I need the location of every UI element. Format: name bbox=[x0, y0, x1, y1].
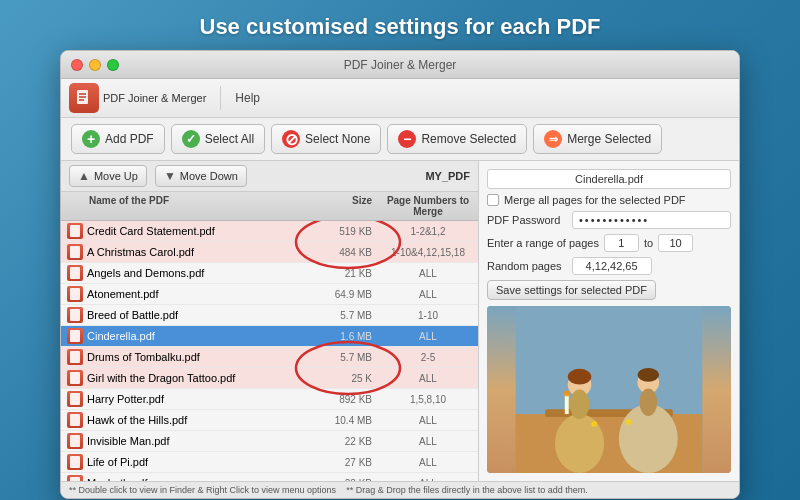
minimize-button[interactable] bbox=[89, 59, 101, 71]
file-size: 33 KB bbox=[318, 478, 378, 482]
range-to-label: to bbox=[644, 237, 653, 249]
file-icon bbox=[67, 286, 83, 302]
file-pages: 2-5 bbox=[378, 352, 478, 363]
selected-filename: Cinderella.pdf bbox=[487, 169, 731, 189]
table-row[interactable]: Drums of Tombalku.pdf 5.7 MB 2-5 bbox=[61, 347, 478, 368]
help-menu-item[interactable]: Help bbox=[235, 91, 260, 105]
titlebar: PDF Joiner & Merger bbox=[61, 51, 739, 79]
table-row[interactable]: Credit Card Statement.pdf 519 KB 1-2&1,2 bbox=[61, 221, 478, 242]
file-size: 27 KB bbox=[318, 457, 378, 468]
file-pages: ALL bbox=[378, 478, 478, 482]
col-name-header: Name of the PDF bbox=[61, 195, 318, 217]
password-label: PDF Password bbox=[487, 214, 567, 226]
list-toolbar: ▲ Move Up ▼ Move Down MY_PDF bbox=[61, 161, 478, 192]
remove-selected-button[interactable]: − Remove Selected bbox=[387, 124, 527, 154]
add-icon: + bbox=[82, 130, 100, 148]
file-icon bbox=[67, 223, 83, 239]
left-panel: ▲ Move Up ▼ Move Down MY_PDF Name of the… bbox=[61, 161, 479, 481]
file-icon bbox=[67, 265, 83, 281]
file-icon bbox=[67, 370, 83, 386]
file-size: 5.7 MB bbox=[318, 352, 378, 363]
merge-icon: ⇒ bbox=[544, 130, 562, 148]
svg-point-16 bbox=[637, 368, 659, 382]
pdf-icon-inner bbox=[70, 246, 80, 258]
merge-all-row: Merge all pages for the selected PDF bbox=[487, 194, 731, 206]
file-size: 10.4 MB bbox=[318, 415, 378, 426]
password-field[interactable]: •••••••••••• bbox=[572, 211, 731, 229]
merge-selected-label: Merge Selected bbox=[567, 132, 651, 146]
maximize-button[interactable] bbox=[107, 59, 119, 71]
remove-selected-label: Remove Selected bbox=[421, 132, 516, 146]
select-all-button[interactable]: ✓ Select All bbox=[171, 124, 265, 154]
svg-point-20 bbox=[564, 390, 570, 396]
svg-rect-19 bbox=[565, 394, 569, 414]
menubar: PDF Joiner & Merger Help bbox=[61, 79, 739, 118]
file-icon bbox=[67, 349, 83, 365]
file-pages: 1-10&4,12,15,18 bbox=[378, 247, 478, 258]
table-row[interactable]: Hawk of the Hills.pdf 10.4 MB ALL bbox=[61, 410, 478, 431]
content-area: ▲ Move Up ▼ Move Down MY_PDF Name of the… bbox=[61, 161, 739, 481]
preview-image bbox=[487, 306, 731, 473]
file-name: Invisible Man.pdf bbox=[87, 435, 318, 447]
app-menu-item[interactable]: PDF Joiner & Merger bbox=[69, 83, 206, 113]
file-icon bbox=[67, 244, 83, 260]
file-pages: 1-2&1,2 bbox=[378, 226, 478, 237]
range-from-input[interactable]: 1 bbox=[604, 234, 639, 252]
select-all-label: Select All bbox=[205, 132, 254, 146]
pdf-icon-inner bbox=[70, 393, 80, 405]
ban-icon: ⊘ bbox=[282, 130, 300, 148]
random-value[interactable]: 4,12,42,65 bbox=[572, 257, 652, 275]
table-row[interactable]: Breed of Battle.pdf 5.7 MB 1-10 bbox=[61, 305, 478, 326]
pdf-icon-inner bbox=[70, 414, 80, 426]
file-name: Credit Card Statement.pdf bbox=[87, 225, 318, 237]
file-pages: ALL bbox=[378, 457, 478, 468]
range-to-input[interactable]: 10 bbox=[658, 234, 693, 252]
save-btn-row: Save settings for selected PDF bbox=[487, 280, 731, 300]
file-size: 892 KB bbox=[318, 394, 378, 405]
file-name: Breed of Battle.pdf bbox=[87, 309, 318, 321]
pdf-icon-inner bbox=[70, 372, 80, 384]
file-icon bbox=[67, 391, 83, 407]
save-settings-button[interactable]: Save settings for selected PDF bbox=[487, 280, 656, 300]
my-pdf-label: MY_PDF bbox=[425, 170, 470, 182]
file-icon bbox=[67, 475, 83, 481]
table-row[interactable]: Harry Potter.pdf 892 KB 1,5,8,10 bbox=[61, 389, 478, 410]
file-size: 21 KB bbox=[318, 268, 378, 279]
table-row[interactable]: Girl with the Dragon Tattoo.pdf 25 K ALL bbox=[61, 368, 478, 389]
table-row[interactable]: A Christmas Carol.pdf 484 KB 1-10&4,12,1… bbox=[61, 242, 478, 263]
merge-selected-button[interactable]: ⇒ Merge Selected bbox=[533, 124, 662, 154]
titlebar-buttons bbox=[71, 59, 119, 71]
file-name: Angels and Demons.pdf bbox=[87, 267, 318, 279]
table-row[interactable]: Macbeth.pdf 33 KB ALL bbox=[61, 473, 478, 481]
file-list[interactable]: Credit Card Statement.pdf 519 KB 1-2&1,2… bbox=[61, 221, 478, 481]
page-heading: Use customised settings for each PDF bbox=[0, 0, 800, 50]
file-name: Life of Pi.pdf bbox=[87, 456, 318, 468]
file-pages: 1,5,8,10 bbox=[378, 394, 478, 405]
file-icon bbox=[67, 328, 83, 344]
merge-all-label: Merge all pages for the selected PDF bbox=[504, 194, 686, 206]
move-up-button[interactable]: ▲ Move Up bbox=[69, 165, 147, 187]
app-icon bbox=[69, 83, 99, 113]
svg-point-15 bbox=[639, 389, 657, 417]
random-row: Random pages 4,12,42,65 bbox=[487, 257, 731, 275]
file-pages: ALL bbox=[378, 331, 478, 342]
table-row[interactable]: Atonement.pdf 64.9 MB ALL bbox=[61, 284, 478, 305]
check-icon: ✓ bbox=[182, 130, 200, 148]
range-label: Enter a range of pages bbox=[487, 237, 599, 249]
arrow-up-icon: ▲ bbox=[78, 169, 90, 183]
table-row[interactable]: Invisible Man.pdf 22 KB ALL bbox=[61, 431, 478, 452]
file-pages: ALL bbox=[378, 436, 478, 447]
table-row[interactable]: Cinderella.pdf 1.6 MB ALL bbox=[61, 326, 478, 347]
select-none-button[interactable]: ⊘ Select None bbox=[271, 124, 381, 154]
merge-all-checkbox[interactable] bbox=[487, 194, 499, 206]
add-pdf-button[interactable]: + Add PDF bbox=[71, 124, 165, 154]
preview-area bbox=[487, 306, 731, 473]
svg-point-11 bbox=[570, 390, 590, 419]
close-button[interactable] bbox=[71, 59, 83, 71]
statusbar: ** Double click to view in Finder & Righ… bbox=[61, 481, 739, 498]
pdf-icon-inner bbox=[70, 435, 80, 447]
table-row[interactable]: Life of Pi.pdf 27 KB ALL bbox=[61, 452, 478, 473]
pdf-icon-inner bbox=[70, 477, 80, 481]
move-down-button[interactable]: ▼ Move Down bbox=[155, 165, 247, 187]
table-row[interactable]: Angels and Demons.pdf 21 KB ALL bbox=[61, 263, 478, 284]
